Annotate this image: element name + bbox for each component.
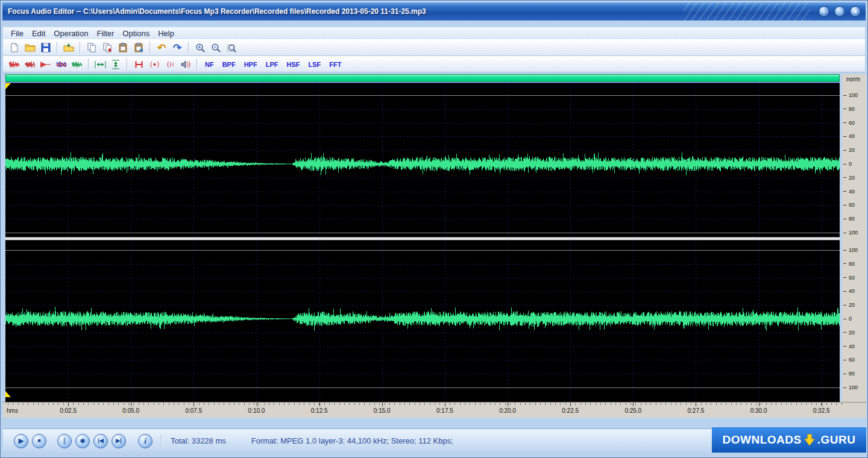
undo-icon: ↶ [157,43,166,53]
waveform-dual-icon [56,60,67,69]
waveform-tool-5-button[interactable] [69,57,85,72]
echo-button[interactable] [146,57,162,72]
waveform-icon [25,60,36,69]
toolbar-separator [149,42,151,54]
next-icon: ▶| [116,438,121,444]
timeline-tick [445,403,445,406]
waveform-tool-1-button[interactable] [7,57,22,72]
scale-tick: 60 [842,120,866,126]
speaker-icon [181,60,191,69]
timeline-tick [257,403,257,406]
fit-vertical-icon [112,60,120,69]
scale-tick: 100 [842,247,866,253]
notch-filter-button[interactable]: NF [201,60,218,69]
zoom-selection-button[interactable] [224,40,239,55]
timeline-tick-label: 0:07.5 [185,407,202,414]
folder-arrow-icon [63,43,74,52]
open-folder-icon [25,43,36,52]
waveform-tool-4-button[interactable] [54,57,69,72]
menu-edit[interactable]: Edit [28,28,49,39]
timeline-tick [319,403,320,406]
maximize-button[interactable]: □ [834,6,845,17]
timeline-tick-label: 0:17.5 [436,407,453,414]
copy-special-button[interactable] [99,40,115,55]
zoom-out-icon [211,43,221,53]
paste-button[interactable] [115,40,131,55]
timeline-tick [68,403,69,406]
scale-tick: 60 [842,202,866,208]
waveform-green-icon [72,60,83,69]
scale-tick: 80 [842,371,866,377]
low-pass-filter-button[interactable]: LPF [262,60,283,69]
menu-file[interactable]: File [7,28,28,39]
next-button[interactable]: ▶| [112,434,126,448]
status-total: Total: 33228 ms [171,436,226,445]
fit-horizontal-button[interactable] [92,57,108,72]
zoom-out-button[interactable] [208,40,224,55]
overview-position-bar[interactable] [5,74,840,82]
open-file-button[interactable] [22,40,38,55]
menu-options[interactable]: Options [118,28,154,39]
window-title: Focus Audio Editor -- C:\Users\Admin\Doc… [2,7,426,16]
zoom-in-button[interactable] [192,40,208,55]
amplitude-scale: norm 10080604020020406080100100806040200… [842,74,866,402]
undo-button[interactable]: ↶ [154,40,169,55]
timeline-tick [696,403,696,406]
paste-special-icon [134,43,143,52]
toolbar-separator [80,42,81,54]
redo-button[interactable]: ↷ [169,40,185,55]
timeline-tick [382,403,383,406]
toolbar-separator [57,42,58,54]
download-arrow-icon [804,434,816,446]
status-format: Format: MPEG 1.0 layer-3: 44,100 kHz; St… [251,436,453,445]
speed-dial-button[interactable]: ◉ [75,434,90,448]
fft-button[interactable]: FFT [325,60,345,69]
new-file-button[interactable] [7,40,22,55]
high-shelf-filter-button[interactable]: HSF [282,60,304,69]
waveform-canvas[interactable] [5,83,840,402]
selection-marker-top[interactable] [5,83,11,89]
mix-button[interactable] [131,57,146,72]
high-pass-filter-button[interactable]: HPF [240,60,262,69]
toolbar-separator [88,58,89,71]
preview-button[interactable] [178,57,193,72]
band-pass-filter-button[interactable]: BPF [218,60,240,69]
menu-help[interactable]: Help [154,28,178,39]
status-separator [161,434,162,448]
timeline-tick [570,403,571,406]
copy-button[interactable] [84,40,99,55]
timeline-tick [822,403,822,406]
paste-special-button[interactable] [131,40,146,55]
pause-button[interactable]: ║ [57,434,72,448]
menu-filter[interactable]: Filter [92,28,118,39]
minimize-button[interactable]: − [819,6,829,17]
toolbar-separator [197,58,198,71]
close-button[interactable]: × [850,6,861,17]
new-file-icon [10,43,19,52]
play-button[interactable]: ▶ [14,434,28,448]
timeline-tick [759,403,760,406]
app-window: Focus Audio Editor -- C:\Users\Admin\Doc… [0,0,868,458]
waveform-tool-2-button[interactable] [22,57,38,72]
import-file-button[interactable] [61,40,77,55]
waveform-panel [5,83,840,402]
mix-icon [134,60,143,69]
info-button[interactable]: i [138,434,153,448]
previous-icon: |◀ [98,438,103,444]
scale-tick: 20 [842,302,866,308]
previous-button[interactable]: |◀ [93,434,108,448]
stop-button[interactable]: ■ [32,434,46,448]
vibrato-button[interactable] [162,57,178,72]
waveform-tool-3-button[interactable] [38,57,54,72]
fit-vertical-button[interactable] [108,57,124,72]
menu-operation[interactable]: Operation [49,28,92,39]
low-shelf-filter-button[interactable]: LSF [304,60,325,69]
toolbar-separator [127,58,128,71]
save-file-button[interactable] [38,40,54,55]
selection-marker-bottom[interactable] [5,391,11,397]
title-bar[interactable]: Focus Audio Editor -- C:\Users\Admin\Doc… [2,2,866,20]
stop-icon: ■ [37,438,40,444]
timeline-tick-label: 0:20.0 [499,407,516,414]
scale-tick: 100 [842,230,866,236]
timeline-ruler[interactable]: hms 0:02.50:05.00:07.50:10.00:12.50:15.0… [3,402,866,418]
